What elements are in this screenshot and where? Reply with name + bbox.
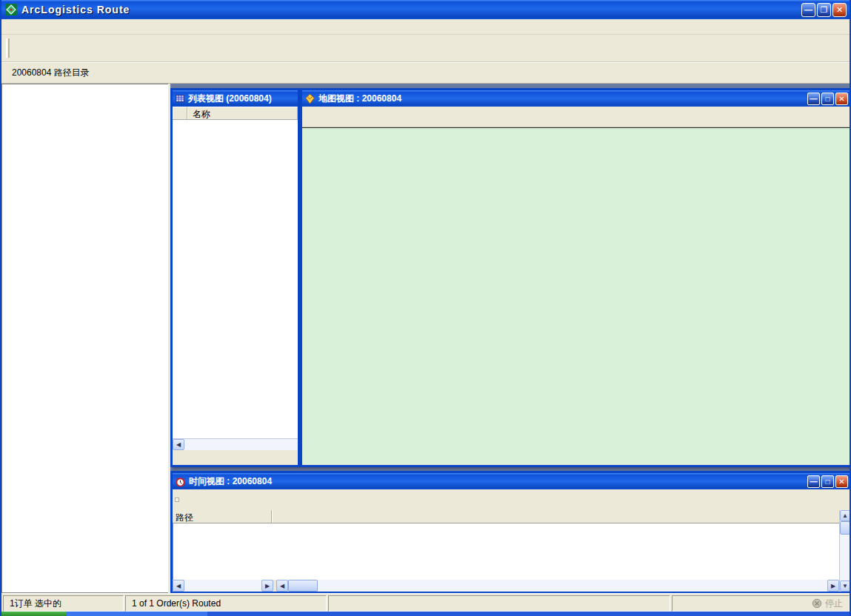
project-tree (1, 84, 168, 593)
status-blank (328, 595, 670, 612)
taskbar-track (207, 612, 850, 616)
close-button[interactable]: ✕ (835, 93, 848, 105)
main-toolbar (1, 35, 850, 62)
timeline-ruler[interactable]: 路径 (173, 510, 839, 523)
map-window-title: 地图视图 : 20060804 (318, 93, 806, 105)
scroll-down-arrow-icon[interactable]: ▼ (840, 580, 850, 592)
map-view-icon (304, 93, 316, 104)
scroll-up-arrow-icon[interactable]: ▲ (840, 510, 850, 521)
taskbar-strip (1, 612, 850, 616)
rows-hscrollbar[interactable]: ◀ ▶ (173, 580, 273, 592)
time-window-title: 时间视图 : 20060804 (189, 475, 806, 488)
menu-bar (1, 19, 850, 35)
time-view-icon (175, 476, 186, 487)
scroll-left-arrow-icon[interactable]: ◀ (173, 580, 184, 592)
scroll-track[interactable] (318, 580, 827, 592)
timeline-vscrollbar[interactable]: ▲ ▼ (839, 510, 850, 592)
map-toolbar (302, 107, 850, 127)
scroll-track[interactable] (840, 535, 850, 580)
ruler-column-divider[interactable] (271, 510, 273, 523)
current-path-label: 20060804 路径目录 (1, 62, 850, 83)
scroll-track[interactable] (184, 580, 261, 592)
timeline-hscrollbars: ◀ ▶ ◀ ▶ (173, 580, 839, 592)
maximize-button[interactable]: □ (821, 93, 834, 105)
title-bar: ArcLogistics Route —❐✕ (1, 0, 850, 19)
list-body (173, 120, 298, 438)
mdi-area: 列表视图 (20060804) 名称 ◀ 地图视图 : 20060804 —□✕ (170, 84, 850, 593)
list-header: 名称 (173, 107, 298, 120)
close-button[interactable]: ✕ (832, 3, 847, 17)
list-hscrollbar[interactable]: ◀ (173, 438, 298, 450)
gantt-area[interactable] (173, 523, 839, 580)
time-window-titlebar[interactable]: 时间视图 : 20060804 —□✕ (173, 473, 850, 489)
status-routed: 1 of 1 Order(s) Routed (125, 595, 327, 612)
list-view-icon (175, 93, 185, 104)
gantt-row-header: 路径 (176, 512, 193, 524)
stop-icon (812, 598, 822, 609)
scroll-thumb[interactable] (288, 580, 318, 592)
list-window-title: 列表视图 (20060804) (188, 93, 296, 105)
app-logo-icon (4, 3, 18, 16)
scroll-track[interactable] (184, 439, 298, 450)
minimize-button[interactable]: — (801, 3, 815, 17)
scroll-thumb[interactable] (840, 521, 850, 535)
scroll-left-arrow-icon[interactable]: ◀ (173, 439, 184, 450)
stop-button[interactable]: 停止 (672, 595, 850, 612)
scroll-right-arrow-icon[interactable]: ▶ (827, 580, 839, 592)
map-view-window: 地图视图 : 20060804 —□✕ (300, 88, 850, 467)
map-window-titlebar[interactable]: 地图视图 : 20060804 —□✕ (302, 90, 850, 107)
maximize-button[interactable]: □ (821, 475, 834, 488)
time-view-window: 时间视图 : 20060804 —□✕ 路径 (170, 471, 850, 593)
start-button[interactable] (1, 612, 67, 616)
list-header-blank (173, 107, 187, 119)
window-title: ArcLogistics Route (21, 4, 800, 16)
minimize-button[interactable]: — (807, 475, 820, 488)
map-canvas[interactable] (302, 127, 850, 464)
list-view-window: 列表视图 (20060804) 名称 ◀ (170, 88, 300, 467)
taskbar-task[interactable] (67, 612, 207, 616)
restore-button[interactable]: ❐ (817, 3, 831, 17)
scroll-left-arrow-icon[interactable]: ◀ (276, 580, 288, 592)
stop-label: 停止 (825, 597, 843, 610)
app-window: ArcLogistics Route —❐✕ 20060804 路径目录 列表视… (0, 0, 851, 616)
status-bar: 1订单 选中的 1 of 1 Order(s) Routed 停止 (1, 593, 850, 612)
scroll-right-arrow-icon[interactable]: ▶ (261, 580, 273, 592)
minimize-button[interactable]: — (807, 93, 820, 105)
time-scale-group (176, 498, 178, 501)
timeline-hscrollbar[interactable]: ◀ ▶ (276, 580, 839, 592)
list-window-titlebar[interactable]: 列表视图 (20060804) (173, 90, 298, 107)
time-toolbar (173, 489, 850, 510)
toolbar-grip[interactable] (6, 38, 10, 58)
close-button[interactable]: ✕ (835, 475, 848, 488)
status-selection: 1订单 选中的 (3, 595, 124, 612)
list-header-name[interactable]: 名称 (187, 107, 298, 119)
